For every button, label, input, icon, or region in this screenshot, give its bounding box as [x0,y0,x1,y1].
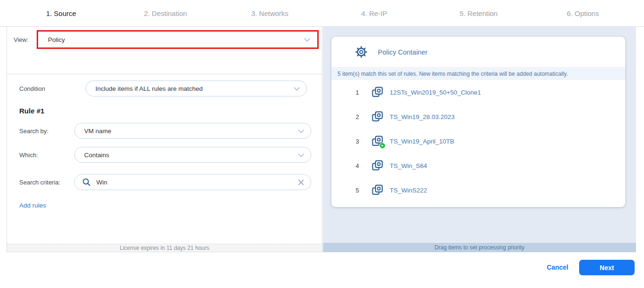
list-item[interactable]: 4 TS_Win_S64 [331,153,625,178]
tab-options[interactable]: 6. Options [531,0,635,26]
chevron-down-icon [298,127,304,135]
running-badge-icon [379,143,385,149]
view-dropdown[interactable]: Policy [38,32,317,48]
vm-name: TS_Win_S64 [390,162,427,169]
vm-icon [371,135,384,147]
source-rules-panel: View: Policy Condition Include items if … [7,27,322,252]
which-label: Which: [19,152,38,159]
vm-name: 12STs_Win2019_50+50_Clone1 [390,89,481,96]
item-priority-number: 1 [354,89,361,96]
license-status: License expires in 11 days 21 hours [7,244,322,252]
list-item[interactable]: 5 TS_WinS222 [331,178,625,202]
tab-retention[interactable]: 5. Retention [426,0,531,26]
condition-dropdown[interactable]: Include items if ALL rules are matched [86,80,307,96]
tab-destination[interactable]: 2. Destination [113,0,218,26]
match-notice: 5 item(s) match this set of rules. New i… [331,68,625,80]
policy-region: Policy Container 5 item(s) match this se… [323,27,636,252]
view-dropdown-value: Policy [39,36,65,43]
search-icon [82,178,91,186]
search-by-dropdown-value: VM name [75,128,111,135]
gear-icon [355,46,368,58]
tab-source[interactable]: 1. Source [9,0,113,26]
item-priority-number: 3 [354,138,361,145]
search-by-dropdown[interactable]: VM name [74,123,311,139]
search-criteria-input[interactable] [96,179,298,186]
search-by-label: Search by: [19,128,48,135]
chevron-down-icon [298,151,304,159]
policy-card-header: Policy Container [331,37,625,68]
vm-name: TS_Win19_28.03.2023 [390,113,455,120]
tab-networks[interactable]: 3. Networks [218,0,322,26]
which-dropdown[interactable]: Contains [74,147,311,163]
item-priority-number: 5 [354,187,361,194]
item-priority-number: 4 [354,162,361,169]
clear-icon[interactable] [298,179,304,185]
cancel-button[interactable]: Cancel [547,264,568,271]
vm-icon [371,160,384,172]
section-divider [7,74,322,74]
policy-container-title: Policy Container [378,48,428,56]
list-item[interactable]: 3 TS_Win19_April_10TB [331,129,625,153]
wizard-steps: 1. Source 2. Destination 3. Networks 4. … [9,0,635,26]
tab-reip[interactable]: 4. Re-IP [322,0,426,26]
condition-dropdown-value: Include items if ALL rules are matched [86,85,203,92]
next-button[interactable]: Next [579,260,635,275]
vm-icon [371,111,384,123]
vm-icon [371,86,384,98]
annotation-highlight-box: Policy [37,30,319,49]
policy-container-card: Policy Container 5 item(s) match this se… [331,37,625,207]
add-rules-link[interactable]: Add rules [19,202,46,209]
wizard-content: View: Policy Condition Include items if … [0,26,644,252]
drag-priority-hint: Drag items to set processing priority [323,243,636,252]
search-criteria-label: Search criteria: [19,179,60,186]
chevron-down-icon [304,35,310,44]
condition-label: Condition [19,85,45,92]
list-item[interactable]: 1 12STs_Win2019_50+50_Clone1 [331,80,625,104]
vm-list: 1 12STs_Win2019_50+50_Clone1 2 TS_Win19_… [331,80,625,202]
rule-title: Rule #1 [19,107,44,115]
vm-name: TS_WinS222 [390,187,427,194]
view-label: View: [14,36,29,43]
chevron-down-icon [294,84,300,93]
vm-name: TS_Win19_April_10TB [390,138,454,145]
vm-icon [371,184,384,196]
list-item[interactable]: 2 TS_Win19_28.03.2023 [331,104,625,129]
which-dropdown-value: Contains [75,152,109,159]
search-criteria-field [74,174,311,190]
view-row: View: Policy [7,27,322,74]
wizard-footer: Cancel Next [0,252,644,288]
item-priority-number: 2 [354,113,361,120]
